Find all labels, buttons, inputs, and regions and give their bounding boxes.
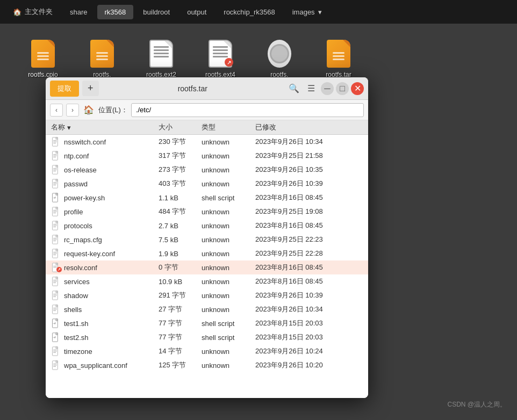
- svg-text:~#: ~#: [53, 197, 56, 199]
- file-type-cell: unknown: [202, 138, 255, 146]
- file-name-cell: nsswitch.conf: [51, 137, 159, 147]
- file-size-cell: 1.1 kB: [159, 194, 202, 202]
- nav-output[interactable]: output: [179, 5, 214, 19]
- file-name-text: test2.sh: [64, 334, 89, 342]
- search-button[interactable]: 🔍: [286, 81, 301, 96]
- file-modified-cell: 2023年9月26日 10:34: [255, 137, 352, 147]
- file-size-cell: 7.5 kB: [159, 236, 202, 244]
- column-size[interactable]: 大小: [159, 122, 202, 132]
- menu-button[interactable]: ☰: [304, 81, 319, 96]
- column-modified[interactable]: 已修改: [255, 122, 352, 132]
- svg-rect-21: [56, 193, 58, 195]
- link-badge: ↗: [225, 58, 233, 67]
- file-type-cell: shell script: [202, 334, 255, 342]
- file-type-cell: unknown: [202, 306, 255, 314]
- file-name-text: timezone: [64, 347, 92, 356]
- file-type-cell: unknown: [202, 222, 255, 230]
- svg-rect-1: [56, 137, 58, 139]
- file-name-text: test1.sh: [64, 320, 89, 328]
- minimize-button[interactable]: ─: [321, 82, 334, 95]
- home-nav-button[interactable]: 🏠: [82, 104, 95, 117]
- table-row[interactable]: shadow 291 字节 unknown 2023年9月26日 10:39: [46, 288, 368, 302]
- file-name-text: resolv.conf: [64, 264, 97, 272]
- nav-home[interactable]: 🏠 主文件夹: [5, 4, 60, 20]
- file-modified-cell: 2023年9月25日 22:28: [255, 249, 352, 258]
- table-row[interactable]: ~# test2.sh 77 字节 shell script 2023年8月15…: [46, 330, 368, 344]
- file-modified-cell: 2023年9月26日 10:35: [255, 165, 352, 175]
- file-text-icon: [51, 360, 61, 370]
- file-modified-cell: 2023年9月25日 22:23: [255, 235, 352, 244]
- maximize-button[interactable]: □: [336, 82, 349, 95]
- table-row[interactable]: ~# power-key.sh 1.1 kB shell script 2023…: [46, 191, 368, 205]
- file-name-text: ntp.conf: [64, 152, 89, 160]
- nav-share[interactable]: share: [62, 5, 95, 19]
- file-text-icon: [51, 346, 61, 356]
- svg-rect-74: [56, 361, 58, 363]
- file-name-text: shells: [64, 306, 82, 314]
- table-row[interactable]: passwd 403 字节 unknown 2023年9月26日 10:39: [46, 177, 368, 191]
- table-row[interactable]: timezone 14 字节 unknown 2023年9月26日 10:24: [46, 344, 368, 358]
- table-row[interactable]: ↗ resolv.conf 0 字节 unknown 2023年8月16日 08…: [46, 260, 368, 274]
- add-button[interactable]: +: [82, 81, 99, 96]
- file-size-cell: 0 字节: [159, 263, 202, 272]
- file-name-cell: timezone: [51, 346, 159, 356]
- file-type-cell: unknown: [202, 166, 255, 174]
- location-input[interactable]: [131, 103, 364, 117]
- nav-rockchip[interactable]: rockchip_rk3568: [216, 5, 282, 19]
- home-icon: 🏠: [13, 8, 21, 16]
- extract-button[interactable]: 提取: [50, 81, 79, 97]
- file-modified-cell: 2023年9月25日 19:08: [255, 207, 352, 216]
- archive-manager-window: 提取 + rootfs.tar 🔍 ☰ ─ □ ✕ ‹ › 🏠 位置(L)： 名…: [46, 77, 368, 398]
- close-button[interactable]: ✕: [351, 82, 364, 95]
- table-row[interactable]: services 10.9 kB unknown 2023年8月16日 08:4…: [46, 274, 368, 288]
- table-row[interactable]: ntp.conf 317 字节 unknown 2023年9月25日 21:58: [46, 149, 368, 163]
- table-row[interactable]: protocols 2.7 kB unknown 2023年8月16日 08:4…: [46, 219, 368, 233]
- file-name-cell: ~# power-key.sh: [51, 193, 159, 202]
- table-row[interactable]: request-key.conf 1.9 kB unknown 2023年9月2…: [46, 247, 368, 260]
- table-row[interactable]: wpa_supplicant.conf 125 字节 unknown 2023年…: [46, 358, 368, 372]
- table-row[interactable]: ~# test1.sh 77 字节 shell script 2023年8月15…: [46, 316, 368, 330]
- column-name[interactable]: 名称 ▾: [51, 122, 159, 132]
- file-size-cell: 403 字节: [159, 179, 202, 189]
- table-row[interactable]: profile 484 字节 unknown 2023年9月25日 19:08: [46, 205, 368, 219]
- table-row[interactable]: shells 27 字节 unknown 2023年9月26日 10:34: [46, 302, 368, 316]
- svg-text:~#: ~#: [53, 336, 56, 339]
- nav-rockchip-label: rockchip_rk3568: [224, 8, 275, 16]
- file-size-cell: 10.9 kB: [159, 278, 202, 286]
- back-button[interactable]: ‹: [50, 104, 63, 117]
- nav-home-label: 主文件夹: [25, 7, 53, 17]
- file-modified-cell: 2023年8月16日 08:45: [255, 193, 352, 202]
- file-name-text: rc_maps.cfg: [64, 236, 102, 244]
- file-size-cell: 317 字节: [159, 151, 202, 161]
- file-name-cell: services: [51, 277, 159, 286]
- file-size-cell: 291 字节: [159, 291, 202, 300]
- file-name-cell: shells: [51, 305, 159, 314]
- file-size-cell: 77 字节: [159, 332, 202, 342]
- nav-images[interactable]: images ▾: [285, 5, 329, 19]
- file-type-cell: unknown: [202, 180, 255, 188]
- nav-rk3568[interactable]: rk3568: [97, 5, 134, 19]
- file-size-cell: 1.9 kB: [159, 250, 202, 258]
- forward-button[interactable]: ›: [66, 104, 79, 117]
- file-name-cell: passwd: [51, 179, 159, 189]
- file-name-text: wpa_supplicant.conf: [64, 361, 127, 370]
- file-list: nsswitch.conf 230 字节 unknown 2023年9月26日 …: [46, 135, 368, 398]
- file-modified-cell: 2023年9月26日 10:20: [255, 360, 352, 370]
- file-modified-cell: 2023年8月16日 08:45: [255, 277, 352, 286]
- svg-rect-66: [56, 333, 58, 335]
- file-name-text: protocols: [64, 222, 92, 230]
- file-name-text: nsswitch.conf: [64, 138, 106, 146]
- nav-buildroot[interactable]: buildroot: [135, 5, 177, 19]
- svg-text:~#: ~#: [53, 322, 56, 325]
- file-modified-cell: 2023年9月25日 21:58: [255, 151, 352, 161]
- table-row[interactable]: os-release 273 字节 unknown 2023年9月26日 10:…: [46, 163, 368, 177]
- watermark: CSDN @温人之周。: [447, 400, 506, 409]
- table-row[interactable]: nsswitch.conf 230 字节 unknown 2023年9月26日 …: [46, 135, 368, 149]
- sort-icon: ▾: [67, 124, 71, 132]
- column-type[interactable]: 类型: [202, 122, 255, 132]
- file-name-text: passwd: [64, 180, 88, 188]
- svg-rect-48: [56, 277, 58, 279]
- table-row[interactable]: rc_maps.cfg 7.5 kB unknown 2023年9月25日 22…: [46, 233, 368, 247]
- file-type-cell: unknown: [202, 347, 255, 356]
- file-type-cell: unknown: [202, 208, 255, 216]
